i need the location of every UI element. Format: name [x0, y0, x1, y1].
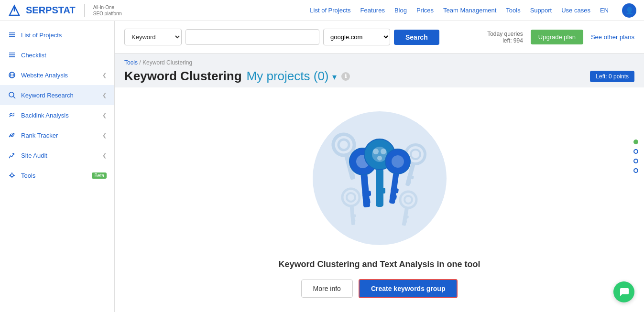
sidebar-item-site-audit[interactable]: Site Audit ❮: [0, 145, 114, 165]
keyword-research-icon: [8, 91, 16, 99]
pagination-dots: [633, 140, 638, 173]
sidebar: List of Projects Checklist Website Analy…: [0, 21, 115, 312]
svg-rect-43: [362, 198, 370, 204]
svg-rect-2: [9, 32, 15, 33]
svg-rect-32: [350, 214, 356, 217]
keys-illustration-svg: [317, 116, 442, 240]
chat-icon: [619, 287, 629, 297]
svg-rect-6: [9, 54, 15, 55]
see-plans-link[interactable]: See other plans: [591, 33, 634, 41]
svg-point-29: [341, 188, 360, 206]
dropdown-arrow-icon[interactable]: ▾: [332, 72, 337, 82]
nav-links: List of Projects Features Blog Prices Te…: [133, 7, 614, 14]
action-buttons: More info Create keywords group: [301, 279, 458, 298]
list-icon: [8, 31, 16, 39]
key-illustration: [313, 111, 447, 245]
sidebar-label-list-of-projects: List of Projects: [21, 32, 107, 39]
dot-1[interactable]: [633, 149, 638, 154]
dot-active[interactable]: [633, 140, 638, 144]
nav-team-management[interactable]: Team Management: [443, 7, 496, 14]
logo-area: SERPSTAT All-in-One SEO platform: [8, 4, 122, 17]
svg-point-49: [377, 156, 382, 161]
sidebar-label-rank-tracker: Rank Tracker: [21, 132, 98, 139]
page-header: Tools / Keyword Clustering Keyword Clust…: [115, 54, 644, 87]
svg-point-34: [399, 190, 417, 209]
svg-rect-5: [9, 53, 15, 54]
backlink-analysis-icon: [8, 111, 16, 119]
svg-rect-52: [376, 196, 383, 202]
chat-button[interactable]: [613, 281, 634, 302]
svg-point-47: [373, 149, 379, 154]
search-bar: Keyword Domain URL google.com google.co.…: [115, 21, 644, 54]
svg-point-25: [409, 149, 421, 160]
queries-info: Today queries left: 994: [487, 31, 523, 44]
svg-point-30: [346, 193, 356, 202]
svg-point-48: [381, 149, 386, 154]
svg-point-14: [11, 174, 13, 177]
nav-prices[interactable]: Prices: [416, 7, 434, 14]
sidebar-item-website-analysis[interactable]: Website Analysis ❮: [0, 65, 114, 85]
svg-line-12: [13, 97, 15, 98]
logo-icon: [8, 4, 21, 17]
sidebar-label-keyword-research: Keyword Research: [21, 92, 98, 99]
create-keywords-group-button[interactable]: Create keywords group: [359, 279, 458, 298]
sidebar-item-tools[interactable]: Tools Beta: [0, 165, 114, 185]
sidebar-item-checklist[interactable]: Checklist: [0, 45, 114, 65]
dot-2[interactable]: [633, 159, 638, 163]
svg-rect-51: [376, 188, 385, 194]
sidebar-item-keyword-research[interactable]: Keyword Research ❮: [0, 85, 114, 105]
site-audit-icon: [8, 151, 16, 160]
nav-blog[interactable]: Blog: [394, 7, 407, 14]
page-title-row: Keyword Clustering My projects (0) ▾ ℹ L…: [124, 69, 634, 84]
sidebar-label-tools: Tools: [21, 172, 87, 179]
svg-rect-7: [9, 56, 15, 57]
breadcrumb-tools-link[interactable]: Tools: [124, 59, 138, 66]
sidebar-label-backlink-analysis: Backlink Analysis: [21, 112, 98, 119]
nav-support[interactable]: Support: [530, 7, 552, 14]
sidebar-label-website-analysis: Website Analysis: [21, 72, 98, 79]
nav-use-cases[interactable]: Use cases: [561, 7, 590, 14]
points-badge: Left: 0 points: [590, 71, 634, 82]
chevron-icon-backlink-analysis: ❮: [102, 112, 107, 118]
rank-tracker-icon: [8, 131, 16, 140]
chevron-icon-rank-tracker: ❮: [102, 132, 107, 139]
main-content-area: Keyword Domain URL google.com google.co.…: [115, 21, 644, 312]
search-type-select[interactable]: Keyword Domain URL: [124, 29, 182, 45]
checklist-icon: [8, 51, 16, 59]
tools-icon: [8, 171, 16, 180]
chevron-icon-website-analysis: ❮: [102, 72, 107, 78]
sidebar-item-rank-tracker[interactable]: Rank Tracker ❮: [0, 125, 114, 145]
lang-selector[interactable]: EN: [600, 7, 609, 14]
logo-divider: [84, 4, 85, 17]
svg-point-11: [9, 92, 14, 97]
sidebar-item-list-of-projects[interactable]: List of Projects: [0, 25, 114, 45]
dot-3[interactable]: [633, 168, 638, 173]
website-analysis-icon: [8, 71, 16, 79]
keys-svg: [313, 111, 447, 245]
info-icon[interactable]: ℹ: [341, 72, 350, 81]
more-info-button[interactable]: More info: [301, 280, 353, 298]
sidebar-label-checklist: Checklist: [21, 52, 107, 59]
main-content: Keyword Clustering and Text Analysis in …: [115, 87, 644, 312]
sidebar-label-site-audit: Site Audit: [21, 152, 98, 159]
svg-rect-58: [389, 194, 396, 200]
nav-list-of-projects[interactable]: List of Projects: [310, 7, 350, 14]
page-title: Keyword Clustering My projects (0) ▾ ℹ: [124, 69, 350, 84]
logo-text: SERPSTAT: [26, 5, 76, 16]
svg-rect-4: [9, 36, 15, 37]
domain-select[interactable]: google.com google.co.uk google.de: [323, 29, 390, 45]
page-subtitle[interactable]: My projects (0) ▾: [247, 69, 337, 84]
upgrade-button[interactable]: Upgrade plan: [531, 30, 583, 44]
logo-subtitle: All-in-One SEO platform: [93, 4, 122, 17]
breadcrumb: Tools / Keyword Clustering: [124, 59, 634, 66]
nav-tools[interactable]: Tools: [506, 7, 520, 14]
search-button[interactable]: Search: [394, 30, 439, 45]
chevron-icon-keyword-research: ❮: [102, 92, 107, 98]
svg-rect-3: [9, 34, 15, 35]
svg-point-35: [404, 195, 413, 204]
user-avatar[interactable]: 👤: [622, 3, 636, 18]
search-input[interactable]: [186, 29, 319, 45]
svg-rect-33: [351, 219, 355, 222]
sidebar-item-backlink-analysis[interactable]: Backlink Analysis ❮: [0, 105, 114, 125]
nav-features[interactable]: Features: [360, 7, 385, 14]
